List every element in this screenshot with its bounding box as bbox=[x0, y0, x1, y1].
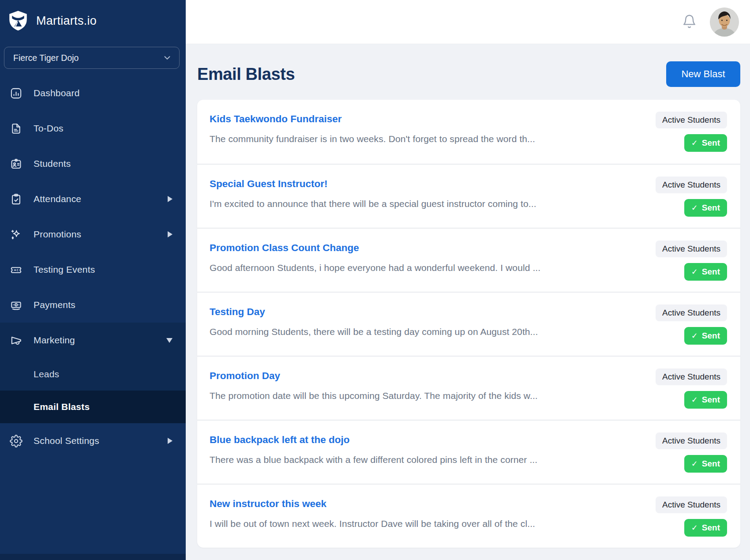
sidebar: Martiarts.io Fierce Tiger Dojo Dashboard… bbox=[0, 0, 186, 560]
expand-right-arrow-icon bbox=[168, 438, 172, 444]
banknote-icon bbox=[10, 299, 22, 312]
audience-badge: Active Students bbox=[656, 304, 727, 321]
sidebar-item-testing-events[interactable]: Testing Events bbox=[0, 252, 186, 287]
email-blast-text: Promotion DayThe promotion date will be … bbox=[210, 357, 538, 420]
check-icon: ✓ bbox=[691, 331, 698, 341]
brand: Martiarts.io bbox=[0, 0, 186, 34]
email-blast-title-link[interactable]: Kids Taekwondo Fundraiser bbox=[210, 113, 342, 125]
audience-badge: Active Students bbox=[656, 432, 727, 449]
sent-status-badge: ✓Sent bbox=[684, 327, 727, 345]
clipboard-check-icon bbox=[10, 193, 22, 206]
sidebar-item-promotions[interactable]: Promotions bbox=[0, 217, 186, 252]
email-blast-meta: Active Students✓Sent bbox=[656, 229, 727, 292]
check-icon: ✓ bbox=[691, 138, 698, 148]
email-blast-meta: Active Students✓Sent bbox=[656, 421, 727, 484]
email-blast-title-link[interactable]: Promotion Day bbox=[210, 370, 280, 382]
sidebar-item-label: Payments bbox=[34, 300, 172, 310]
email-blast-title-link[interactable]: New instructor this week bbox=[210, 498, 326, 510]
audience-badge: Active Students bbox=[656, 496, 727, 513]
email-blast-text: Kids Taekwondo FundraiserThe community f… bbox=[210, 100, 535, 164]
email-blast-row[interactable]: Kids Taekwondo FundraiserThe community f… bbox=[197, 100, 740, 164]
notifications-button[interactable] bbox=[682, 14, 697, 30]
id-card-icon bbox=[10, 158, 22, 170]
bell-icon bbox=[682, 14, 697, 30]
chevron-down-icon bbox=[162, 53, 172, 63]
email-blast-row[interactable]: Promotion Class Count ChangeGood afterno… bbox=[197, 228, 740, 292]
user-avatar[interactable] bbox=[710, 8, 739, 37]
content: Email Blasts New Blast Kids Taekwondo Fu… bbox=[186, 44, 750, 548]
email-blast-preview: The community fundraiser is in two weeks… bbox=[210, 134, 535, 144]
sent-status-badge: ✓Sent bbox=[684, 263, 727, 281]
expand-right-arrow-icon bbox=[168, 231, 172, 237]
sent-status-badge: ✓Sent bbox=[684, 199, 727, 217]
page-header: Email Blasts New Blast bbox=[197, 61, 740, 87]
ticket-icon bbox=[10, 263, 22, 276]
megaphone-icon bbox=[10, 334, 22, 347]
expand-right-arrow-icon bbox=[168, 196, 172, 202]
audience-badge: Active Students bbox=[656, 368, 727, 385]
email-blast-preview: There was a blue backpack with a few dif… bbox=[210, 455, 537, 465]
audience-badge: Active Students bbox=[656, 112, 727, 128]
document-icon bbox=[10, 122, 22, 135]
page-title: Email Blasts bbox=[197, 65, 295, 84]
email-blast-preview: I will be out of town next week. Instruc… bbox=[210, 519, 535, 529]
dashboard-chart-icon bbox=[10, 87, 22, 100]
sidebar-item-school-settings[interactable]: School Settings bbox=[0, 423, 186, 459]
new-blast-button[interactable]: New Blast bbox=[666, 61, 740, 87]
sidebar-item-attendance[interactable]: Attendance bbox=[0, 181, 186, 217]
sparkles-icon bbox=[10, 228, 22, 241]
sidebar-item-label: School Settings bbox=[34, 436, 168, 446]
brand-name: Martiarts.io bbox=[36, 14, 97, 28]
email-blast-title-link[interactable]: Testing Day bbox=[210, 306, 265, 318]
audience-badge: Active Students bbox=[656, 241, 727, 257]
gear-icon bbox=[10, 435, 22, 447]
email-blast-row[interactable]: Promotion DayThe promotion date will be … bbox=[197, 356, 740, 420]
email-blast-title-link[interactable]: Promotion Class Count Change bbox=[210, 242, 359, 254]
sidebar-item-email-blasts[interactable]: Email Blasts bbox=[0, 391, 186, 423]
email-blast-meta: Active Students✓Sent bbox=[656, 485, 727, 548]
collapse-down-arrow-icon bbox=[166, 338, 172, 343]
sent-status-badge: ✓Sent bbox=[684, 455, 727, 473]
email-blast-meta: Active Students✓Sent bbox=[656, 100, 727, 164]
sidebar-item-label: Testing Events bbox=[34, 264, 172, 275]
sidebar-item-marketing[interactable]: Marketing bbox=[0, 323, 186, 358]
email-blast-preview: The promotion date will be this upcoming… bbox=[210, 391, 538, 401]
user-avatar-photo bbox=[710, 8, 739, 37]
check-icon: ✓ bbox=[691, 395, 698, 405]
email-blast-list: Kids Taekwondo FundraiserThe community f… bbox=[197, 100, 740, 548]
email-blast-meta: Active Students✓Sent bbox=[656, 293, 727, 356]
email-blast-meta: Active Students✓Sent bbox=[656, 165, 727, 228]
sidebar-nav: DashboardTo-DosStudentsAttendancePromoti… bbox=[0, 75, 186, 459]
topbar bbox=[186, 0, 750, 44]
email-blast-row[interactable]: New instructor this weekI will be out of… bbox=[197, 484, 740, 548]
email-blast-title-link[interactable]: Blue backpack left at the dojo bbox=[210, 434, 350, 446]
app-root: Martiarts.io Fierce Tiger Dojo Dashboard… bbox=[0, 0, 750, 560]
sidebar-item-label: Promotions bbox=[34, 229, 168, 240]
email-blast-row[interactable]: Testing DayGood morning Students, there … bbox=[197, 292, 740, 356]
email-blast-text: New instructor this weekI will be out of… bbox=[210, 485, 535, 548]
sidebar-item-label: Students bbox=[34, 158, 172, 169]
sidebar-item-label: Marketing bbox=[34, 335, 166, 346]
email-blast-preview: Good morning Students, there will be a t… bbox=[210, 327, 538, 337]
shield-logo-icon bbox=[8, 10, 28, 31]
email-blast-preview: I'm excited to announce that there will … bbox=[210, 199, 536, 209]
email-blast-text: Blue backpack left at the dojoThere was … bbox=[210, 421, 537, 484]
email-blast-meta: Active Students✓Sent bbox=[656, 357, 727, 420]
school-selector[interactable]: Fierce Tiger Dojo bbox=[4, 47, 180, 69]
sidebar-group-marketing: MarketingLeadsEmail Blasts bbox=[0, 323, 186, 423]
email-blast-preview: Good afternoon Students, i hope everyone… bbox=[210, 263, 540, 273]
sidebar-item-students[interactable]: Students bbox=[0, 146, 186, 181]
sidebar-item-dashboard[interactable]: Dashboard bbox=[0, 75, 186, 111]
sidebar-item-to-dos[interactable]: To-Dos bbox=[0, 111, 186, 146]
email-blast-title-link[interactable]: Special Guest Instructor! bbox=[210, 178, 328, 190]
school-selector-value: Fierce Tiger Dojo bbox=[13, 53, 79, 63]
sidebar-item-payments[interactable]: Payments bbox=[0, 287, 186, 323]
email-blast-row[interactable]: Blue backpack left at the dojoThere was … bbox=[197, 420, 740, 484]
sent-status-badge: ✓Sent bbox=[684, 519, 727, 537]
sidebar-bottom-strip bbox=[0, 554, 186, 560]
check-icon: ✓ bbox=[691, 267, 698, 277]
sent-status-badge: ✓Sent bbox=[684, 134, 727, 152]
sidebar-item-leads[interactable]: Leads bbox=[0, 358, 186, 391]
main: Email Blasts New Blast Kids Taekwondo Fu… bbox=[186, 0, 750, 560]
email-blast-row[interactable]: Special Guest Instructor!I'm excited to … bbox=[197, 164, 740, 228]
